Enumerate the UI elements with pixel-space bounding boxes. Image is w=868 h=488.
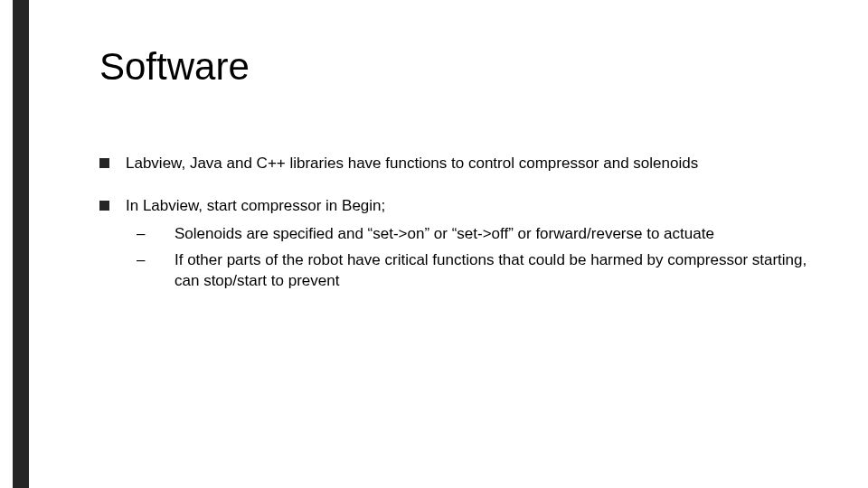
slide-accent-bar xyxy=(13,0,29,488)
dash-bullet-icon: – xyxy=(137,224,164,245)
sub-bullet-item: – If other parts of the robot have criti… xyxy=(126,250,814,292)
square-bullet-icon xyxy=(99,201,109,211)
bullet-item: In Labview, start compressor in Begin; –… xyxy=(99,196,814,297)
sub-bullet-list: – Solenoids are specified and “set->on” … xyxy=(126,224,814,292)
slide-content: Software Labview, Java and C++ libraries… xyxy=(99,45,814,319)
bullet-item: Labview, Java and C++ libraries have fun… xyxy=(99,154,814,174)
square-bullet-icon xyxy=(99,158,109,168)
sub-bullet-text: If other parts of the robot have critica… xyxy=(175,250,814,292)
bullet-text-wrapper: In Labview, start compressor in Begin; –… xyxy=(126,196,814,297)
sub-bullet-text: Solenoids are specified and “set->on” or… xyxy=(175,224,814,245)
bullet-list: Labview, Java and C++ libraries have fun… xyxy=(99,154,814,297)
slide-title: Software xyxy=(99,45,814,89)
bullet-text: In Labview, start compressor in Begin; xyxy=(126,196,814,217)
sub-bullet-item: – Solenoids are specified and “set->on” … xyxy=(126,224,814,245)
dash-bullet-icon: – xyxy=(137,250,164,271)
bullet-text: Labview, Java and C++ libraries have fun… xyxy=(126,154,814,174)
